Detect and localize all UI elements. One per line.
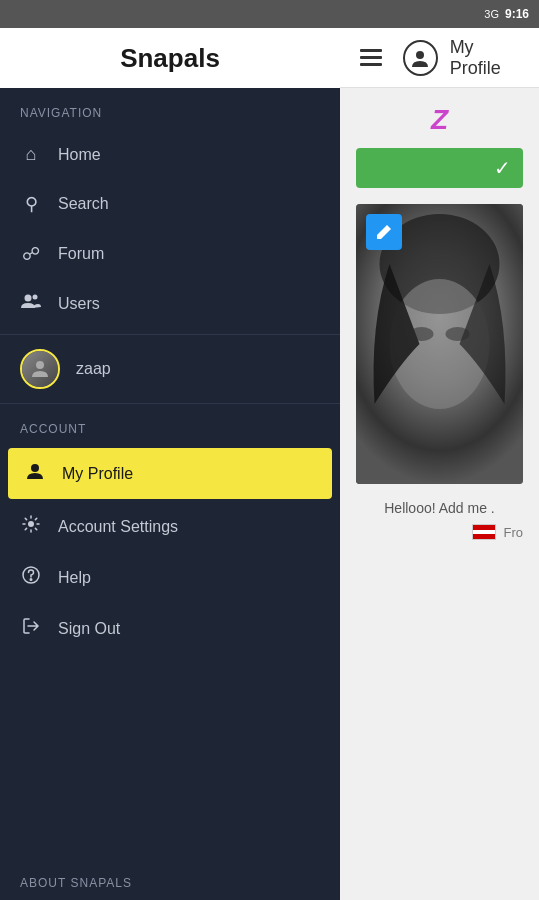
- sidebar-item-home-label: Home: [58, 146, 101, 164]
- account-section-label: ACCOUNT: [0, 404, 340, 446]
- nav-section-label: NAVIGATION: [0, 88, 340, 130]
- home-icon: ⌂: [20, 144, 42, 165]
- hamburger-button[interactable]: [352, 38, 391, 78]
- profile-header-icon: [403, 40, 438, 76]
- svg-point-15: [446, 327, 470, 341]
- svg-point-14: [410, 327, 434, 341]
- app-container: Snapals NAVIGATION ⌂ Home ⚲ Search ☍ For…: [0, 28, 539, 900]
- time-display: 9:16: [505, 7, 529, 21]
- settings-icon: [20, 515, 42, 538]
- svg-point-2: [36, 361, 44, 369]
- current-username: zaap: [76, 360, 111, 378]
- search-icon: ⚲: [20, 193, 42, 215]
- sidebar-item-home[interactable]: ⌂ Home: [0, 130, 340, 179]
- sidebar-item-my-profile[interactable]: My Profile: [8, 448, 332, 499]
- profile-header-title: My Profile: [450, 37, 527, 79]
- avatar: [20, 349, 60, 389]
- sidebar-header: Snapals: [0, 28, 340, 88]
- account-settings-label: Account Settings: [58, 518, 178, 536]
- flag-row: Fro: [356, 524, 523, 540]
- sidebar-item-account-settings[interactable]: Account Settings: [0, 501, 340, 552]
- users-icon: [20, 293, 42, 314]
- my-profile-label: My Profile: [62, 465, 133, 483]
- signal-icon: 3G: [484, 8, 499, 20]
- sidebar-item-forum[interactable]: ☍ Forum: [0, 229, 340, 279]
- sidebar-item-help[interactable]: Help: [0, 552, 340, 603]
- svg-rect-7: [360, 49, 382, 52]
- app-title: Snapals: [120, 43, 220, 74]
- sidebar-item-search-label: Search: [58, 195, 109, 213]
- svg-point-6: [30, 579, 32, 581]
- forum-icon: ☍: [20, 243, 42, 265]
- svg-rect-8: [360, 56, 382, 59]
- from-label: Fro: [504, 525, 524, 540]
- help-label: Help: [58, 569, 91, 587]
- check-icon: ✓: [494, 156, 511, 180]
- svg-rect-9: [360, 63, 382, 66]
- svg-point-1: [33, 295, 38, 300]
- verification-bar: ✓: [356, 148, 523, 188]
- flag-icon: [472, 524, 496, 540]
- svg-point-0: [25, 295, 32, 302]
- signout-icon: [20, 617, 42, 640]
- sign-out-label: Sign Out: [58, 620, 120, 638]
- bio-text: Hellooo! Add me .: [356, 500, 523, 516]
- sidebar-item-forum-label: Forum: [58, 245, 104, 263]
- svg-point-4: [28, 521, 34, 527]
- sidebar-item-users[interactable]: Users: [0, 279, 340, 328]
- sidebar-item-sign-out[interactable]: Sign Out: [0, 603, 340, 654]
- sidebar-item-users-label: Users: [58, 295, 100, 313]
- username-display: Z: [356, 104, 523, 136]
- sidebar: Snapals NAVIGATION ⌂ Home ⚲ Search ☍ For…: [0, 28, 340, 900]
- right-header: My Profile: [340, 28, 539, 88]
- help-icon: [20, 566, 42, 589]
- svg-point-10: [416, 51, 424, 59]
- profile-photo-container: [356, 204, 523, 484]
- status-bar: 3G 9:16: [0, 0, 539, 28]
- my-profile-icon: [24, 462, 46, 485]
- right-panel: My Profile Z ✓: [340, 28, 539, 900]
- avatar-image: [22, 351, 58, 387]
- edit-photo-button[interactable]: [366, 214, 402, 250]
- sidebar-item-search[interactable]: ⚲ Search: [0, 179, 340, 229]
- svg-point-3: [31, 464, 39, 472]
- current-user-item[interactable]: zaap: [0, 334, 340, 404]
- right-content: Z ✓: [340, 88, 539, 900]
- about-section-label: ABOUT SNAPALS: [0, 858, 340, 900]
